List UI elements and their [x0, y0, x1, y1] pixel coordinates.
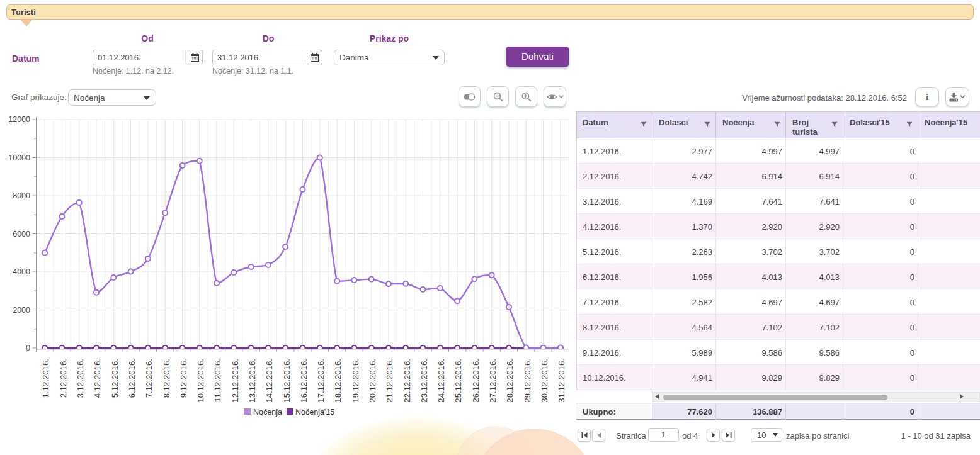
svg-text:17.12.2016.: 17.12.2016.: [316, 359, 326, 403]
svg-text:6.12.2016.: 6.12.2016.: [127, 359, 137, 398]
svg-text:23.12.2016.: 23.12.2016.: [419, 359, 429, 403]
svg-text:16.12.2016.: 16.12.2016.: [299, 359, 309, 403]
svg-text:21.12.2016.: 21.12.2016.: [385, 359, 394, 403]
svg-text:12000: 12000: [8, 115, 30, 124]
svg-text:18.12.2016.: 18.12.2016.: [333, 359, 343, 403]
svg-text:22.12.2016.: 22.12.2016.: [402, 359, 412, 403]
svg-text:14.12.2016.: 14.12.2016.: [265, 359, 274, 403]
svg-text:7.12.2016.: 7.12.2016.: [144, 359, 154, 398]
svg-text:26.12.2016.: 26.12.2016.: [471, 359, 481, 403]
svg-text:6000: 6000: [13, 230, 30, 239]
svg-text:10.12.2016.: 10.12.2016.: [196, 359, 205, 403]
svg-text:4000: 4000: [13, 267, 30, 276]
svg-text:28.12.2016.: 28.12.2016.: [505, 359, 515, 403]
svg-text:2.12.2016.: 2.12.2016.: [59, 359, 68, 398]
svg-text:29.12.2016.: 29.12.2016.: [523, 359, 532, 403]
svg-text:30.12.2016.: 30.12.2016.: [540, 359, 549, 403]
svg-text:1.12.2016.: 1.12.2016.: [41, 359, 50, 398]
svg-text:8.12.2016.: 8.12.2016.: [162, 359, 171, 398]
svg-text:19.12.2016.: 19.12.2016.: [351, 359, 360, 403]
svg-text:12.12.2016.: 12.12.2016.: [231, 359, 240, 403]
svg-text:0: 0: [26, 344, 30, 352]
svg-text:Noćenja: Noćenja: [253, 408, 282, 417]
svg-text:25.12.2016.: 25.12.2016.: [453, 359, 463, 403]
svg-text:27.12.2016.: 27.12.2016.: [488, 359, 498, 403]
svg-text:11.12.2016.: 11.12.2016.: [213, 359, 222, 402]
svg-text:24.12.2016.: 24.12.2016.: [436, 359, 446, 403]
svg-text:13.12.2016.: 13.12.2016.: [248, 359, 257, 403]
svg-text:31.12.2016.: 31.12.2016.: [557, 359, 566, 403]
svg-text:2000: 2000: [13, 306, 30, 315]
svg-text:20.12.2016.: 20.12.2016.: [368, 359, 377, 403]
svg-text:9.12.2016.: 9.12.2016.: [179, 359, 188, 398]
svg-text:3.12.2016.: 3.12.2016.: [76, 359, 85, 398]
svg-text:Noćenja'15: Noćenja'15: [295, 408, 334, 417]
svg-text:15.12.2016.: 15.12.2016.: [282, 359, 292, 403]
svg-text:8000: 8000: [13, 191, 30, 200]
svg-text:10000: 10000: [8, 154, 30, 162]
svg-text:5.12.2016.: 5.12.2016.: [110, 359, 120, 398]
svg-text:4.12.2016.: 4.12.2016.: [93, 359, 102, 398]
